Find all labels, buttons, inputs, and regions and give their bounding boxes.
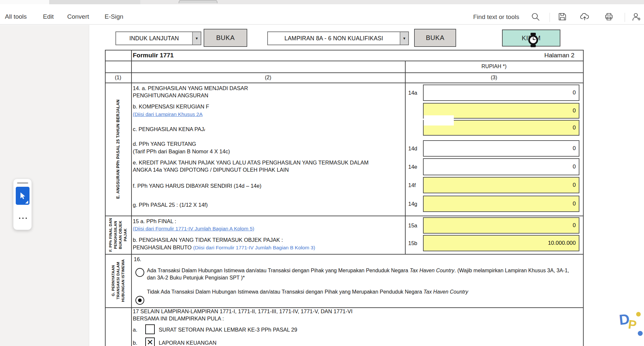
sheet-select-1-value: INDUK LANJUTAN (116, 32, 192, 45)
menu-convert[interactable]: Convert (67, 13, 89, 20)
dp-logo: D P (619, 311, 644, 340)
row14e-label-line2: ANGKA 14a YANG DIPOTONG / DIPUNGUT OLEH … (133, 167, 289, 173)
row14d-number: 14d (408, 140, 417, 157)
buka-button-1[interactable]: BUKA (204, 29, 247, 47)
table-line (105, 254, 584, 255)
table-border-right (583, 50, 584, 346)
busy-cursor-icon (527, 32, 539, 48)
item17-line2: BERSAMA INI DILAMPIRKAN PULA : (133, 316, 224, 322)
row15b-number: 15b (408, 235, 417, 251)
radio-selected-dot (138, 298, 142, 302)
item17-line1: 17 SELAIN LAMPIRAN-LAMPIRAN 1771-I, 1771… (133, 308, 352, 315)
row14a-number: 14a (408, 85, 417, 101)
row14d-label-line1: d. PPh YANG TERUTANG (133, 141, 196, 147)
table-line (105, 50, 584, 50)
radio-ada-transaksi[interactable] (135, 268, 144, 277)
row14c-label: c. PENGHASILAN KENA PAJAK (133, 126, 211, 132)
row14f-number: 14f (408, 177, 416, 193)
row15a-label: 15 a. PPh FINAL : (133, 218, 176, 224)
panel-drag-handle[interactable] (17, 182, 28, 184)
cursor-arrow-icon (18, 192, 27, 200)
section-e-side-label: E. ANGSURAN PPh PASAL 25 TAHUN BERJALAN (105, 83, 131, 216)
field-14a[interactable]: 0 (423, 85, 579, 101)
top-strip-segment (0, 0, 49, 4)
field-14g[interactable]: 0 (423, 196, 579, 212)
whiteout-patch (205, 122, 285, 132)
chevron-down-icon[interactable]: ▼ (400, 32, 408, 45)
table-line (105, 61, 584, 61)
checkbox-ssp[interactable] (145, 324, 155, 334)
toolbar-divider (550, 13, 550, 22)
form-title: Formulir 1771 (133, 52, 174, 59)
table-line (105, 83, 584, 83)
field-14e[interactable]: 0 (423, 158, 579, 175)
field-15a[interactable]: 0 (423, 217, 579, 234)
item17b-letter: b. (133, 340, 137, 346)
row15a-number: 15a (408, 217, 417, 234)
acrobat-toolbar: All tools Edit Convert E-Sign Find text … (0, 4, 644, 25)
top-tab-remnant (179, 0, 217, 3)
row14g-number: 14g (408, 196, 417, 212)
field-14f[interactable]: 0 (423, 177, 579, 193)
row14a-label-line2: PENGHITUNGAN ANGSURAN (133, 92, 208, 99)
top-strip (0, 0, 644, 4)
select-tool-button[interactable] (16, 187, 30, 205)
field-15b[interactable]: 10.000.000 (423, 235, 579, 251)
row15b-line2-prefix: PENGHASILAN BRUTO (133, 244, 193, 250)
whiteout-patch (424, 115, 454, 125)
toolbar-divider (625, 13, 625, 22)
whiteout-patch (209, 102, 284, 115)
table-line (105, 216, 584, 216)
row14e-label-line1: e. KREDIT PAJAK TAHUN PAJAK YANG LALU AT… (133, 160, 369, 166)
row14a-label-line1: 14. a. PENGHASILAN YANG MENJADI DASAR (133, 85, 248, 91)
table-col2-divider (405, 61, 406, 254)
radio-tidak-ada-transaksi[interactable] (135, 296, 144, 305)
form-page-number: Halaman 2 (544, 52, 574, 59)
top-strip-segment (49, 0, 140, 4)
sheet-select-2-value: LAMPIRAN 8A - 6 NON KUALIFIKASI (268, 32, 400, 45)
chevron-down-icon[interactable]: ▼ (192, 32, 201, 45)
row15b-label-line2: PENGHASILAN BRUTO (Diisi dari Formulir 1… (133, 244, 315, 251)
row15b-link[interactable]: (Diisi dari Formulir 1771-IV Jumlah Bagi… (193, 245, 315, 250)
col3-header: (3) (405, 75, 583, 81)
radio-tidak-ada-transaksi-label: Tidak Ada Transaksi Dalam Hubungan Istim… (147, 288, 570, 296)
item17a-label: SURAT SETORAN PAJAK LEMBAR KE-3 PPh PASA… (159, 327, 297, 333)
table-col1-divider (131, 50, 132, 346)
row14b-link[interactable]: (Diisi dari Lampiran Khusus 2A (133, 111, 203, 117)
buka-button-2[interactable]: BUKA (414, 29, 456, 47)
menu-all-tools[interactable]: All tools (5, 13, 27, 20)
sheet-select-1[interactable]: INDUK LANJUTAN ▼ (115, 31, 201, 45)
section-f-side-label: F. PPh FINAL DAN PENGHASILAN BUKAN OBJEK… (105, 216, 131, 254)
checkbox-laporan-keuangan[interactable]: ✕ (145, 337, 155, 346)
rupiah-header: RUPIAH *) (405, 64, 583, 69)
item17b-label: LAPORAN KEUANGAN (159, 340, 216, 346)
row14f-label: f. PPh YANG HARUS DIBAYAR SENDIRI (14d –… (133, 183, 261, 189)
add-user-icon[interactable] (632, 12, 641, 22)
menu-esign[interactable]: E-Sign (105, 13, 123, 20)
col1-header: (1) (105, 75, 131, 81)
floating-tool-panel (13, 179, 32, 230)
table-line (105, 307, 584, 308)
row14d-label-line2: (Tarif PPh dari Bagian B Nomor 4 X 14c) (133, 148, 230, 155)
search-icon[interactable] (531, 12, 540, 22)
col2-header: (2) (131, 75, 405, 81)
sheet-select-2[interactable]: LAMPIRAN 8A - 6 NON KUALIFIKASI ▼ (267, 31, 409, 45)
radio-ada-transaksi-label: Ada Transaksi Dalam Hubungan Istimewa da… (147, 267, 570, 281)
corner-fold-icon (25, 201, 28, 203)
menu-edit[interactable]: Edit (43, 13, 54, 20)
print-icon[interactable] (604, 12, 614, 22)
item17a-letter: a. (133, 327, 137, 333)
more-options-button[interactable] (13, 218, 32, 219)
row14g-label: g. PPh PASAL 25 : (1/12 X 14f) (133, 202, 208, 208)
section-g-side-label: G. PERNYATAAN TRANSAKSI DALAM HUBUNGAN I… (105, 254, 131, 307)
field-14d[interactable]: 0 (423, 140, 579, 157)
row15b-label-line1: b. PENGHASILAN YANG TIDAK TERMASUK OBJEK… (133, 237, 283, 243)
cloud-upload-icon[interactable] (580, 12, 590, 22)
item16-number: 16. (134, 256, 141, 262)
save-icon[interactable] (557, 12, 567, 22)
find-text-label[interactable]: Find text or tools (473, 13, 519, 21)
row14e-number: 14e (408, 158, 417, 175)
row15a-link[interactable]: (Diisi dari Formulir 1771-IV Jumlah Bagi… (133, 226, 254, 232)
table-line (105, 72, 584, 73)
